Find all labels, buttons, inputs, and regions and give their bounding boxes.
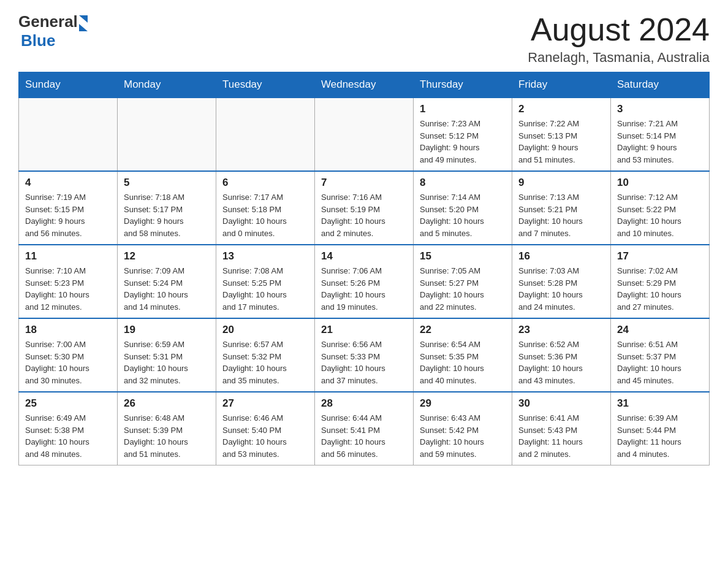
day-number: 16 [518,250,604,262]
day-number: 24 [617,324,703,336]
day-number: 23 [518,324,604,336]
day-number: 19 [124,324,210,336]
calendar-cell: 28Sunrise: 6:44 AMSunset: 5:41 PMDayligh… [315,392,414,465]
calendar-cell: 30Sunrise: 6:41 AMSunset: 5:43 PMDayligh… [512,392,611,465]
calendar-cell: 22Sunrise: 6:54 AMSunset: 5:35 PMDayligh… [414,318,512,392]
day-info: Sunrise: 6:48 AMSunset: 5:39 PMDaylight:… [124,412,210,460]
day-info: Sunrise: 7:12 AMSunset: 5:22 PMDaylight:… [617,191,703,239]
calendar-cell: 26Sunrise: 6:48 AMSunset: 5:39 PMDayligh… [118,392,216,465]
calendar-cell: 27Sunrise: 6:46 AMSunset: 5:40 PMDayligh… [216,392,315,465]
calendar-cell: 14Sunrise: 7:06 AMSunset: 5:26 PMDayligh… [315,245,414,318]
day-info: Sunrise: 7:05 AMSunset: 5:27 PMDaylight:… [420,265,506,313]
calendar-cell: 12Sunrise: 7:09 AMSunset: 5:24 PMDayligh… [118,245,216,318]
calendar-cell: 21Sunrise: 6:56 AMSunset: 5:33 PMDayligh… [315,318,414,392]
calendar-cell: 20Sunrise: 6:57 AMSunset: 5:32 PMDayligh… [216,318,315,392]
day-info: Sunrise: 7:00 AMSunset: 5:30 PMDaylight:… [25,339,111,386]
calendar-cell: 6Sunrise: 7:17 AMSunset: 5:18 PMDaylight… [216,171,315,245]
calendar-cell: 9Sunrise: 7:13 AMSunset: 5:21 PMDaylight… [512,171,611,245]
day-number: 5 [124,177,210,189]
calendar-cell: 3Sunrise: 7:21 AMSunset: 5:14 PMDaylight… [611,98,710,171]
calendar-cell: 24Sunrise: 6:51 AMSunset: 5:37 PMDayligh… [611,318,710,392]
calendar-cell: 11Sunrise: 7:10 AMSunset: 5:23 PMDayligh… [19,245,118,318]
week-row-3: 11Sunrise: 7:10 AMSunset: 5:23 PMDayligh… [19,245,710,318]
calendar-cell: 8Sunrise: 7:14 AMSunset: 5:20 PMDaylight… [414,171,512,245]
calendar-cell [118,98,216,171]
logo-blue-text: Blue [21,31,55,50]
day-info: Sunrise: 7:08 AMSunset: 5:25 PMDaylight:… [222,265,308,313]
day-number: 14 [321,250,407,262]
day-info: Sunrise: 7:03 AMSunset: 5:28 PMDaylight:… [518,265,604,313]
day-info: Sunrise: 6:51 AMSunset: 5:37 PMDaylight:… [617,339,703,386]
day-number: 8 [420,177,506,189]
calendar-cell: 31Sunrise: 6:39 AMSunset: 5:44 PMDayligh… [611,392,710,465]
day-number: 28 [321,397,407,410]
day-number: 26 [124,397,210,410]
day-number: 2 [518,103,604,115]
calendar-cell: 23Sunrise: 6:52 AMSunset: 5:36 PMDayligh… [512,318,611,392]
location-title: Ranelagh, Tasmania, Australia [528,50,710,66]
day-number: 1 [420,103,506,115]
calendar-cell: 15Sunrise: 7:05 AMSunset: 5:27 PMDayligh… [414,245,512,318]
day-info: Sunrise: 7:22 AMSunset: 5:13 PMDaylight:… [518,118,604,166]
calendar-cell [216,98,315,171]
day-info: Sunrise: 6:46 AMSunset: 5:40 PMDaylight:… [222,412,308,460]
day-info: Sunrise: 6:43 AMSunset: 5:42 PMDaylight:… [420,412,506,460]
calendar-cell [19,98,118,171]
day-number: 12 [124,250,210,262]
day-info: Sunrise: 6:49 AMSunset: 5:38 PMDaylight:… [25,412,111,460]
weekday-header-sunday: Sunday [19,72,118,98]
weekday-header-wednesday: Wednesday [315,72,414,98]
day-info: Sunrise: 7:21 AMSunset: 5:14 PMDaylight:… [617,118,703,166]
day-number: 21 [321,324,407,336]
weekday-header-friday: Friday [512,72,611,98]
day-info: Sunrise: 6:59 AMSunset: 5:31 PMDaylight:… [124,339,210,386]
calendar-cell: 2Sunrise: 7:22 AMSunset: 5:13 PMDaylight… [512,98,611,171]
logo: General Blue [18,12,88,50]
day-info: Sunrise: 7:17 AMSunset: 5:18 PMDaylight:… [222,191,308,239]
day-number: 4 [25,177,111,189]
calendar-cell: 5Sunrise: 7:18 AMSunset: 5:17 PMDaylight… [118,171,216,245]
day-info: Sunrise: 6:57 AMSunset: 5:32 PMDaylight:… [222,339,308,386]
day-info: Sunrise: 7:13 AMSunset: 5:21 PMDaylight:… [518,191,604,239]
calendar-cell: 1Sunrise: 7:23 AMSunset: 5:12 PMDaylight… [414,98,512,171]
day-info: Sunrise: 6:52 AMSunset: 5:36 PMDaylight:… [518,339,604,386]
calendar-cell: 13Sunrise: 7:08 AMSunset: 5:25 PMDayligh… [216,245,315,318]
calendar-cell: 16Sunrise: 7:03 AMSunset: 5:28 PMDayligh… [512,245,611,318]
day-info: Sunrise: 7:19 AMSunset: 5:15 PMDaylight:… [25,191,111,239]
day-info: Sunrise: 7:18 AMSunset: 5:17 PMDaylight:… [124,191,210,239]
day-number: 27 [222,397,308,410]
calendar-cell: 4Sunrise: 7:19 AMSunset: 5:15 PMDaylight… [19,171,118,245]
week-row-2: 4Sunrise: 7:19 AMSunset: 5:15 PMDaylight… [19,171,710,245]
calendar-header-row: SundayMondayTuesdayWednesdayThursdayFrid… [19,72,710,98]
day-info: Sunrise: 6:41 AMSunset: 5:43 PMDaylight:… [518,412,604,460]
weekday-header-tuesday: Tuesday [216,72,315,98]
day-info: Sunrise: 7:23 AMSunset: 5:12 PMDaylight:… [420,118,506,166]
day-number: 30 [518,397,604,410]
calendar-cell: 19Sunrise: 6:59 AMSunset: 5:31 PMDayligh… [118,318,216,392]
day-info: Sunrise: 7:02 AMSunset: 5:29 PMDaylight:… [617,265,703,313]
weekday-header-saturday: Saturday [611,72,710,98]
day-info: Sunrise: 7:10 AMSunset: 5:23 PMDaylight:… [25,265,111,313]
day-info: Sunrise: 6:56 AMSunset: 5:33 PMDaylight:… [321,339,407,386]
week-row-5: 25Sunrise: 6:49 AMSunset: 5:38 PMDayligh… [19,392,710,465]
day-number: 22 [420,324,506,336]
day-info: Sunrise: 7:14 AMSunset: 5:20 PMDaylight:… [420,191,506,239]
day-number: 25 [25,397,111,410]
calendar-cell [315,98,414,171]
week-row-4: 18Sunrise: 7:00 AMSunset: 5:30 PMDayligh… [19,318,710,392]
logo-general-text: General [18,12,78,31]
day-info: Sunrise: 6:44 AMSunset: 5:41 PMDaylight:… [321,412,407,460]
weekday-header-monday: Monday [118,72,216,98]
weekday-header-thursday: Thursday [414,72,512,98]
day-number: 9 [518,177,604,189]
day-info: Sunrise: 7:09 AMSunset: 5:24 PMDaylight:… [124,265,210,313]
calendar-cell: 25Sunrise: 6:49 AMSunset: 5:38 PMDayligh… [19,392,118,465]
day-number: 10 [617,177,703,189]
day-number: 17 [617,250,703,262]
title-block: August 2024 Ranelagh, Tasmania, Australi… [528,12,710,66]
day-number: 6 [222,177,308,189]
day-number: 15 [420,250,506,262]
week-row-1: 1Sunrise: 7:23 AMSunset: 5:12 PMDaylight… [19,98,710,171]
calendar-table: SundayMondayTuesdayWednesdayThursdayFrid… [18,72,710,465]
day-info: Sunrise: 7:06 AMSunset: 5:26 PMDaylight:… [321,265,407,313]
